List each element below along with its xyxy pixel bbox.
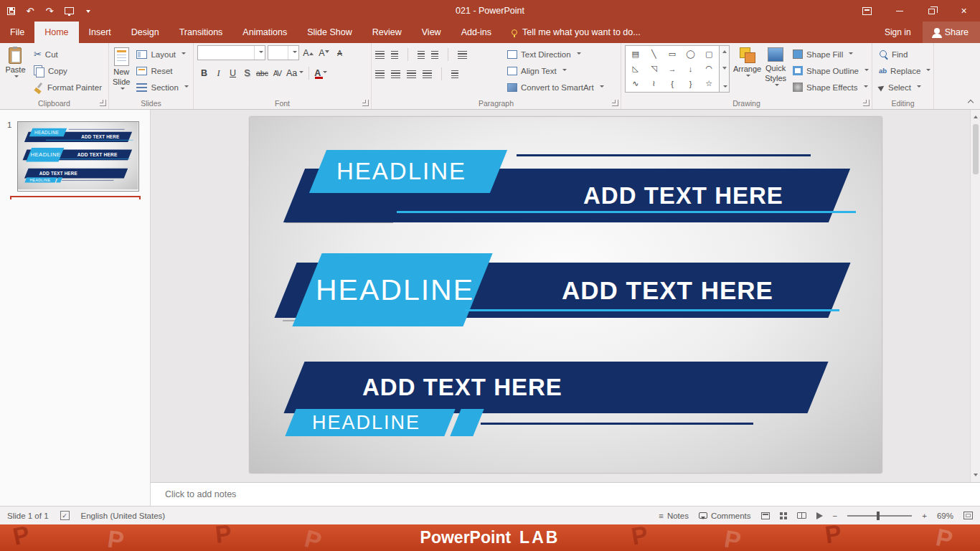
- banner1-cyan-line[interactable]: [46, 140, 133, 141]
- tab-insert[interactable]: Insert: [79, 22, 121, 43]
- scroll-down-icon[interactable]: [974, 474, 978, 479]
- shape-curve-icon[interactable]: ∿: [632, 79, 639, 88]
- character-spacing-button[interactable]: AV: [270, 66, 284, 80]
- shape-gallery-scrollbar[interactable]: [720, 45, 730, 93]
- font-name-dropdown[interactable]: [254, 46, 265, 60]
- banner1-headline-text[interactable]: HEADLINE: [31, 128, 65, 136]
- maximize-button[interactable]: [915, 0, 948, 22]
- banner3-headline-shape[interactable]: HEADLINE: [24, 177, 57, 182]
- gallery-more-icon[interactable]: [723, 85, 727, 90]
- banner2-headline-shape[interactable]: HEADLINE: [26, 148, 64, 161]
- font-color-button[interactable]: A: [313, 66, 329, 80]
- banner1-headline-shape[interactable]: HEADLINE: [29, 128, 67, 136]
- tab-slide-show[interactable]: Slide Show: [297, 22, 362, 43]
- text-direction-button[interactable]: Text Direction: [504, 46, 607, 62]
- slide-thumbnail[interactable]: ADD TEXT HERE HEADLINE ADD TEXT HERE HEA…: [17, 121, 139, 192]
- shape-freeform-icon[interactable]: ≀: [652, 79, 655, 88]
- justify-button[interactable]: [423, 70, 432, 78]
- layout-button[interactable]: Layout: [133, 46, 191, 62]
- tab-animations[interactable]: Animations: [232, 22, 297, 43]
- banner1-headline-shape[interactable]: HEADLINE: [308, 150, 507, 193]
- font-size-combobox[interactable]: [268, 45, 299, 60]
- drawing-dialog-launcher-icon[interactable]: [863, 100, 870, 106]
- decrease-font-size-button[interactable]: A: [317, 46, 331, 60]
- shape-table-icon[interactable]: ▤: [632, 50, 639, 59]
- banner1-headline-text[interactable]: HEADLINE: [318, 150, 499, 193]
- section-button[interactable]: Section: [133, 79, 191, 95]
- spell-check-button[interactable]: ✓: [60, 511, 70, 520]
- arrange-button[interactable]: Arrange: [733, 45, 761, 97]
- shape-brace-right-icon[interactable]: }: [689, 80, 692, 88]
- language-button[interactable]: English (United States): [81, 512, 166, 520]
- save-button[interactable]: [6, 0, 16, 22]
- banner1-add-text[interactable]: ADD TEXT HERE: [81, 132, 119, 142]
- shape-line-icon[interactable]: ╲: [651, 50, 656, 59]
- tab-home[interactable]: Home: [34, 22, 78, 43]
- scroll-down-icon[interactable]: [722, 67, 727, 72]
- customize-qat-button[interactable]: [83, 0, 93, 22]
- vertical-scrollbar[interactable]: [970, 110, 980, 482]
- paste-button[interactable]: Paste: [4, 45, 27, 97]
- fit-to-window-button[interactable]: [963, 512, 973, 519]
- banner3-headline-text[interactable]: HEADLINE: [291, 409, 450, 436]
- reset-button[interactable]: Reset: [133, 62, 191, 79]
- banner3-navy-line[interactable]: [481, 423, 753, 425]
- shape-rectangle-icon[interactable]: ▭: [669, 50, 676, 59]
- ribbon-display-options-button[interactable]: [851, 0, 883, 22]
- shape-arrow-right-icon[interactable]: →: [668, 65, 676, 73]
- align-text-button[interactable]: Align Text: [504, 62, 607, 79]
- text-shadow-button[interactable]: S: [240, 66, 254, 80]
- tab-add-ins[interactable]: Add-ins: [451, 22, 501, 43]
- paragraph-dialog-launcher-icon[interactable]: [612, 100, 618, 106]
- numbering-button[interactable]: [391, 51, 398, 59]
- copy-button[interactable]: Copy: [31, 62, 105, 79]
- align-center-button[interactable]: [391, 70, 400, 78]
- clipboard-dialog-launcher-icon[interactable]: [100, 100, 106, 106]
- banner3-navy-shape[interactable]: ADD TEXT HERE: [283, 362, 828, 413]
- zoom-slider-thumb[interactable]: [877, 512, 880, 520]
- redo-button[interactable]: ↷: [44, 0, 55, 22]
- underline-button[interactable]: U: [226, 66, 240, 80]
- bullets-button[interactable]: [375, 51, 385, 59]
- banner3-add-text[interactable]: ADD TEXT HERE: [362, 362, 562, 413]
- undo-button[interactable]: ↶: [25, 0, 35, 22]
- share-button[interactable]: Share: [923, 22, 980, 43]
- find-button[interactable]: Find: [876, 46, 930, 62]
- select-button[interactable]: Select: [876, 79, 930, 95]
- banner1-add-text[interactable]: ADD TEXT HERE: [583, 169, 783, 222]
- banner3-navy-line[interactable]: [62, 180, 113, 181]
- new-slide-button[interactable]: New Slide: [113, 45, 130, 97]
- normal-view-button[interactable]: [761, 512, 770, 519]
- bold-button[interactable]: B: [197, 66, 211, 80]
- increase-font-size-button[interactable]: A: [301, 46, 315, 60]
- shape-fill-button[interactable]: Shape Fill: [790, 46, 872, 62]
- tell-me-box[interactable]: Tell me what you want to do...: [501, 22, 651, 43]
- banner1-top-line[interactable]: [517, 154, 811, 156]
- banner3-headline-text[interactable]: HEADLINE: [26, 177, 56, 182]
- strikethrough-button[interactable]: abc: [255, 66, 270, 80]
- cut-button[interactable]: ✂ Cut: [31, 46, 105, 62]
- shape-gallery[interactable]: ▤ ╲ ▭ ◯ ▢ ◺ ◹ → ↓ ◠ ∿ ≀ { } ☆: [625, 45, 720, 93]
- banner2-headline-text[interactable]: HEADLINE: [29, 148, 61, 161]
- shape-star-icon[interactable]: ☆: [705, 79, 712, 88]
- shape-outline-button[interactable]: Shape Outline: [790, 62, 872, 79]
- shape-effects-button[interactable]: Shape Effects: [790, 79, 872, 95]
- shape-rounded-rectangle-icon[interactable]: ▢: [705, 50, 712, 59]
- change-case-button[interactable]: Aa: [285, 66, 305, 80]
- minimize-button[interactable]: [883, 0, 915, 22]
- zoom-slider[interactable]: [847, 515, 912, 517]
- shape-arrow-down-icon[interactable]: ↓: [689, 65, 693, 73]
- tab-view[interactable]: View: [412, 22, 451, 43]
- slide-indicator[interactable]: Slide 1 of 1: [7, 512, 49, 520]
- slideshow-view-button[interactable]: [816, 512, 823, 519]
- zoom-level-button[interactable]: 69%: [937, 512, 953, 520]
- clear-formatting-button[interactable]: A: [333, 46, 347, 60]
- banner3-headline-shape[interactable]: HEADLINE: [285, 409, 455, 436]
- increase-indent-button[interactable]: [431, 51, 438, 59]
- columns-button[interactable]: [451, 70, 458, 78]
- shape-oval-icon[interactable]: ◯: [686, 50, 694, 59]
- shape-right-triangle-icon[interactable]: ◺: [633, 64, 639, 73]
- notes-toggle-button[interactable]: ≡ Notes: [659, 512, 689, 520]
- slide-sorter-view-button[interactable]: [780, 512, 787, 519]
- align-left-button[interactable]: [375, 70, 385, 78]
